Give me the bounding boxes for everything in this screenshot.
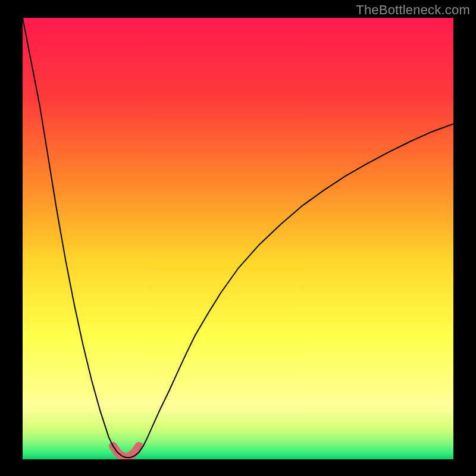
gradient-background: [23, 18, 453, 459]
plot-area: [23, 18, 453, 459]
bottleneck-chart: [0, 0, 476, 476]
watermark-label: TheBottleneck.com: [356, 2, 470, 18]
